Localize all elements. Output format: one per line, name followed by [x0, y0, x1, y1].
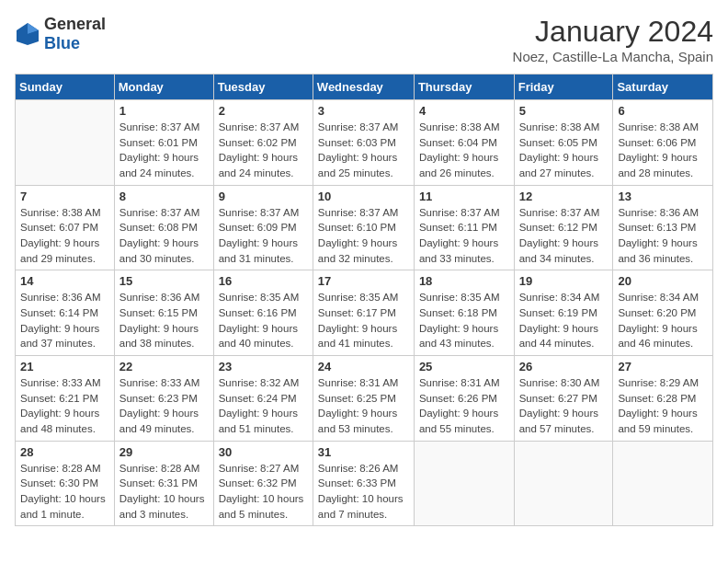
calendar-cell: 28Sunrise: 8:28 AMSunset: 6:30 PMDayligh…	[16, 441, 115, 526]
daylight-text: Daylight: 9 hours and 59 minutes.	[618, 406, 708, 436]
day-info: Sunrise: 8:34 AMSunset: 6:19 PMDaylight:…	[519, 290, 609, 351]
day-number: 16	[219, 274, 308, 288]
sunrise-text: Sunrise: 8:26 AM	[318, 461, 409, 477]
sunrise-text: Sunrise: 8:31 AM	[318, 375, 409, 391]
calendar-cell: 8Sunrise: 8:37 AMSunset: 6:08 PMDaylight…	[114, 185, 213, 270]
calendar-week-row: 14Sunrise: 8:36 AMSunset: 6:14 PMDayligh…	[16, 270, 713, 356]
sunrise-text: Sunrise: 8:33 AM	[119, 375, 209, 391]
sunrise-text: Sunrise: 8:28 AM	[119, 461, 209, 477]
calendar-cell	[16, 100, 115, 186]
day-info: Sunrise: 8:30 AMSunset: 6:27 PMDaylight:…	[519, 375, 609, 437]
day-info: Sunrise: 8:34 AMSunset: 6:20 PMDaylight:…	[618, 290, 708, 351]
daylight-text: Daylight: 9 hours and 32 minutes.	[318, 236, 409, 266]
calendar-table: SundayMondayTuesdayWednesdayThursdayFrid…	[15, 74, 713, 526]
daylight-text: Daylight: 10 hours and 3 minutes.	[119, 491, 209, 522]
calendar-week-row: 21Sunrise: 8:33 AMSunset: 6:21 PMDayligh…	[16, 356, 713, 442]
day-info: Sunrise: 8:37 AMSunset: 6:08 PMDaylight:…	[119, 205, 209, 267]
sunrise-text: Sunrise: 8:33 AM	[20, 375, 109, 391]
day-info: Sunrise: 8:35 AMSunset: 6:16 PMDaylight:…	[219, 290, 308, 351]
calendar-cell: 24Sunrise: 8:31 AMSunset: 6:25 PMDayligh…	[313, 356, 414, 442]
daylight-text: Daylight: 9 hours and 51 minutes.	[219, 406, 308, 436]
day-info: Sunrise: 8:27 AMSunset: 6:32 PMDaylight:…	[219, 461, 308, 523]
sunrise-text: Sunrise: 8:31 AM	[419, 375, 509, 391]
day-number: 4	[419, 104, 509, 118]
daylight-text: Daylight: 10 hours and 5 minutes.	[219, 491, 308, 522]
sunset-text: Sunset: 6:30 PM	[20, 476, 109, 491]
calendar-cell: 26Sunrise: 8:30 AMSunset: 6:27 PMDayligh…	[514, 356, 613, 442]
daylight-text: Daylight: 9 hours and 44 minutes.	[519, 321, 609, 351]
day-number: 21	[20, 360, 109, 373]
logo-general-text: General	[44, 15, 106, 33]
calendar-week-row: 7Sunrise: 8:38 AMSunset: 6:07 PMDaylight…	[16, 185, 713, 270]
daylight-text: Daylight: 9 hours and 34 minutes.	[519, 236, 609, 266]
day-info: Sunrise: 8:38 AMSunset: 6:07 PMDaylight:…	[20, 205, 109, 267]
sunset-text: Sunset: 6:18 PM	[419, 305, 509, 321]
sunset-text: Sunset: 6:32 PM	[219, 476, 308, 491]
location-subtitle: Noez, Castille-La Mancha, Spain	[513, 49, 713, 64]
day-header-wednesday: Wednesday	[313, 75, 414, 100]
calendar-cell: 31Sunrise: 8:26 AMSunset: 6:33 PMDayligh…	[313, 441, 414, 526]
sunrise-text: Sunrise: 8:37 AM	[419, 205, 509, 221]
sunset-text: Sunset: 6:33 PM	[318, 476, 409, 491]
daylight-text: Daylight: 9 hours and 31 minutes.	[219, 236, 308, 266]
calendar-cell: 5Sunrise: 8:38 AMSunset: 6:05 PMDaylight…	[514, 100, 613, 186]
sunset-text: Sunset: 6:27 PM	[519, 391, 609, 407]
sunset-text: Sunset: 6:21 PM	[20, 391, 109, 407]
month-year-title: January 2024	[513, 15, 713, 49]
sunset-text: Sunset: 6:28 PM	[618, 391, 708, 407]
calendar-cell: 3Sunrise: 8:37 AMSunset: 6:03 PMDaylight…	[313, 100, 414, 186]
calendar-cell: 20Sunrise: 8:34 AMSunset: 6:20 PMDayligh…	[613, 270, 713, 356]
calendar-cell: 4Sunrise: 8:38 AMSunset: 6:04 PMDaylight…	[414, 100, 514, 186]
calendar-cell: 17Sunrise: 8:35 AMSunset: 6:17 PMDayligh…	[313, 270, 414, 356]
calendar-week-row: 1Sunrise: 8:37 AMSunset: 6:01 PMDaylight…	[16, 100, 713, 186]
sunrise-text: Sunrise: 8:37 AM	[219, 205, 308, 221]
sunset-text: Sunset: 6:04 PM	[419, 135, 509, 151]
day-header-friday: Friday	[514, 75, 613, 100]
day-number: 18	[419, 274, 509, 288]
calendar-cell: 1Sunrise: 8:37 AMSunset: 6:01 PMDaylight…	[114, 100, 213, 186]
sunrise-text: Sunrise: 8:30 AM	[519, 375, 609, 391]
day-info: Sunrise: 8:28 AMSunset: 6:31 PMDaylight:…	[119, 461, 209, 523]
day-number: 17	[318, 274, 409, 288]
sunrise-text: Sunrise: 8:38 AM	[419, 120, 509, 135]
day-number: 9	[219, 190, 308, 203]
daylight-text: Daylight: 9 hours and 38 minutes.	[119, 321, 209, 351]
day-number: 7	[20, 190, 109, 203]
day-number: 31	[318, 445, 409, 459]
day-info: Sunrise: 8:31 AMSunset: 6:26 PMDaylight:…	[419, 375, 509, 437]
sunrise-text: Sunrise: 8:27 AM	[219, 461, 308, 477]
daylight-text: Daylight: 9 hours and 29 minutes.	[20, 236, 109, 266]
day-header-monday: Monday	[114, 75, 213, 100]
daylight-text: Daylight: 9 hours and 36 minutes.	[618, 236, 708, 266]
day-number: 24	[318, 360, 409, 373]
day-number: 2	[219, 104, 308, 118]
day-number: 26	[519, 360, 609, 373]
calendar-cell: 19Sunrise: 8:34 AMSunset: 6:19 PMDayligh…	[514, 270, 613, 356]
day-number: 14	[20, 274, 109, 288]
daylight-text: Daylight: 9 hours and 55 minutes.	[419, 406, 509, 436]
day-info: Sunrise: 8:37 AMSunset: 6:02 PMDaylight:…	[219, 120, 308, 181]
sunset-text: Sunset: 6:25 PM	[318, 391, 409, 407]
sunset-text: Sunset: 6:23 PM	[119, 391, 209, 407]
daylight-text: Daylight: 9 hours and 43 minutes.	[419, 321, 509, 351]
daylight-text: Daylight: 9 hours and 24 minutes.	[119, 150, 209, 180]
daylight-text: Daylight: 9 hours and 33 minutes.	[419, 236, 509, 266]
sunset-text: Sunset: 6:02 PM	[219, 135, 308, 151]
sunset-text: Sunset: 6:01 PM	[119, 135, 209, 151]
sunset-text: Sunset: 6:20 PM	[618, 305, 708, 321]
sunrise-text: Sunrise: 8:36 AM	[618, 205, 708, 221]
sunrise-text: Sunrise: 8:35 AM	[419, 290, 509, 305]
day-info: Sunrise: 8:37 AMSunset: 6:12 PMDaylight:…	[519, 205, 609, 267]
day-info: Sunrise: 8:33 AMSunset: 6:21 PMDaylight:…	[20, 375, 109, 437]
day-number: 6	[618, 104, 708, 118]
sunset-text: Sunset: 6:12 PM	[519, 220, 609, 236]
sunrise-text: Sunrise: 8:28 AM	[20, 461, 109, 477]
day-number: 1	[119, 104, 209, 118]
sunrise-text: Sunrise: 8:32 AM	[219, 375, 308, 391]
day-number: 22	[119, 360, 209, 373]
calendar-cell: 12Sunrise: 8:37 AMSunset: 6:12 PMDayligh…	[514, 185, 613, 270]
day-info: Sunrise: 8:37 AMSunset: 6:11 PMDaylight:…	[419, 205, 509, 267]
sunset-text: Sunset: 6:17 PM	[318, 305, 409, 321]
daylight-text: Daylight: 10 hours and 7 minutes.	[318, 491, 409, 522]
sunset-text: Sunset: 6:24 PM	[219, 391, 308, 407]
